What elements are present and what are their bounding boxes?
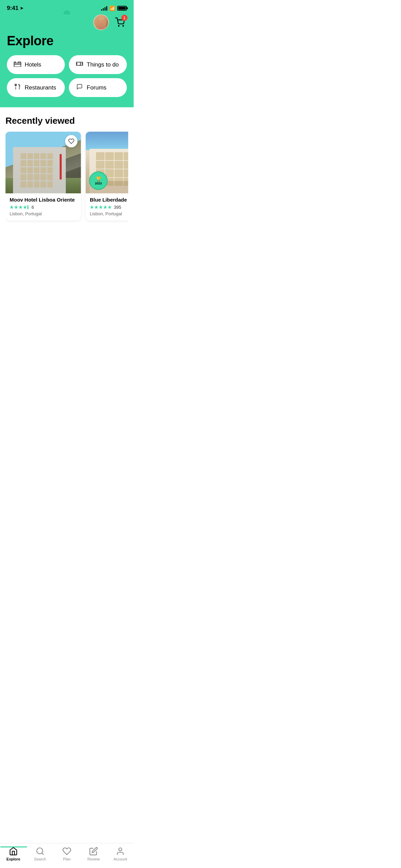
- cart-badge: 1: [121, 15, 127, 21]
- category-grid: Hotels Things to do: [7, 55, 127, 97]
- review-count-2: 395: [114, 205, 121, 210]
- status-time: 9:41 ➤: [7, 5, 23, 12]
- card-location-1: Lisbon, Portugal: [10, 211, 77, 216]
- section-title: Recently viewed: [5, 116, 128, 126]
- signal-icon: [101, 6, 107, 11]
- header: 1 Explore Hotels: [0, 14, 134, 107]
- svg-rect-2: [14, 63, 21, 67]
- hotels-label: Hotels: [25, 61, 41, 68]
- restaurants-label: Restaurants: [25, 84, 56, 91]
- award-year: 2023: [95, 182, 102, 185]
- wifi-icon: 📶: [109, 5, 115, 11]
- main-content: Recently viewed: [0, 107, 134, 231]
- heart-icon: [68, 138, 74, 144]
- card-info-2: Blue Liberdade 395 Lisbon, Portugal: [86, 193, 128, 220]
- header-top: 1: [7, 14, 127, 34]
- recently-viewed-cards[interactable]: Moov Hotel Lisboa Oriente 6 Lisbon, Port…: [5, 132, 128, 223]
- stars-1: [10, 205, 29, 209]
- hotels-icon: [14, 61, 21, 69]
- svg-point-0: [118, 25, 119, 26]
- card-info-1: Moov Hotel Lisboa Oriente 6 Lisbon, Port…: [5, 193, 81, 220]
- rating-row-1: 6: [10, 205, 77, 210]
- avatar-head: [98, 14, 105, 21]
- status-icons: 📶: [101, 5, 127, 11]
- svg-point-1: [123, 25, 123, 26]
- award-badge: 🏆 2023: [89, 171, 108, 190]
- battery-icon: [117, 6, 127, 11]
- card-location-2: Lisbon, Portugal: [90, 211, 128, 216]
- hotel-image-1: [5, 132, 81, 193]
- things-to-do-label: Things to do: [87, 61, 119, 68]
- forums-label: Forums: [87, 84, 107, 91]
- hotels-button[interactable]: Hotels: [7, 55, 65, 74]
- favorite-button-1[interactable]: [65, 135, 77, 147]
- review-count-1: 6: [32, 205, 34, 210]
- hotel-card-2[interactable]: 🏆 2023 Blue Liberdade 395 Lisbon, P: [86, 132, 128, 220]
- card-name-1: Moov Hotel Lisboa Oriente: [10, 197, 77, 203]
- location-arrow-icon: ➤: [20, 6, 23, 11]
- restaurants-button[interactable]: Restaurants: [7, 78, 65, 97]
- ticket-icon: [76, 61, 83, 69]
- forums-button[interactable]: Forums: [69, 78, 127, 97]
- stars-2: [90, 205, 112, 209]
- rating-row-2: 395: [90, 205, 128, 210]
- things-to-do-button[interactable]: Things to do: [69, 55, 127, 74]
- cart-button[interactable]: 1: [113, 15, 127, 29]
- card-name-2: Blue Liberdade: [90, 197, 128, 203]
- hotel-image-2: 🏆 2023: [86, 132, 128, 193]
- forums-icon: [76, 84, 83, 92]
- hotel-card-1[interactable]: Moov Hotel Lisboa Oriente 6 Lisbon, Port…: [5, 132, 81, 220]
- avatar[interactable]: [93, 14, 109, 30]
- restaurants-icon: [14, 84, 21, 92]
- avatar-figure: [96, 17, 106, 29]
- award-icon: 🏆: [96, 176, 101, 182]
- page-title: Explore: [7, 34, 127, 48]
